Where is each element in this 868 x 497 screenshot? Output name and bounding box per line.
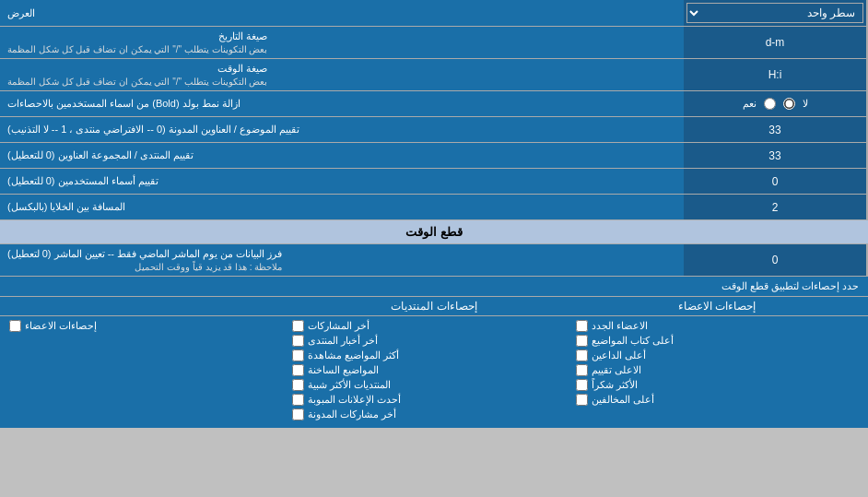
date-format-input[interactable]: d-m — [689, 36, 861, 49]
cbx-top-violators-check[interactable] — [576, 394, 588, 406]
cbx-last-blog-posts[interactable]: أخر مشاركات المدونة — [292, 408, 575, 420]
topic-order-row: تقييم الموضوع / العناوين المدونة (0 -- ا… — [0, 117, 868, 143]
user-order-label: تقييم أسماء المستخدمين (0 للتعطيل) — [0, 169, 684, 194]
col3-header — [9, 300, 292, 313]
cell-spacing-input[interactable] — [689, 201, 861, 214]
col1-items: الاعضاء الجدد أعلى كتاب المواضيع أعلى ال… — [576, 320, 859, 420]
cbx-latest-classifieds[interactable]: أحدث الإعلانات المبوبة — [292, 394, 575, 406]
time-format-sublabel: بعض التكوينات يتطلب "/" التي يمكن ان تضا… — [7, 77, 267, 87]
bold-remove-row: لا نعم ازالة نمط بولد (Bold) من اسماء ال… — [0, 91, 868, 117]
checkboxes-section: إحصاءات الاعضاء إحصاءات المنتديات الاعضا… — [0, 297, 868, 428]
cut-input[interactable] — [689, 254, 861, 266]
cut-section-header: قطع الوقت — [0, 220, 868, 244]
topic-order-label: تقييم الموضوع / العناوين المدونة (0 -- ا… — [0, 117, 684, 142]
time-format-label: صيغة الوقت بعض التكوينات يتطلب "/" التي … — [0, 59, 684, 90]
bold-no-radio[interactable] — [783, 98, 795, 110]
time-format-input-cell[interactable]: H:i — [684, 59, 868, 90]
bold-yes-radio[interactable] — [764, 98, 776, 110]
date-format-input-cell[interactable]: d-m — [684, 27, 868, 58]
cbx-most-viewed[interactable]: أكثر المواضيع مشاهدة — [292, 349, 575, 361]
col3-items: إحصاءات الاعضاء — [9, 320, 292, 420]
display-select[interactable]: سطر واحد سطرين ثلاثة أسطر — [686, 3, 863, 23]
bold-remove-radio-group[interactable]: لا نعم — [735, 96, 815, 112]
cell-spacing-label-text: المسافة بين الخلايا (بالبكسل) — [7, 201, 126, 213]
bold-remove-label: ازالة نمط بولد (Bold) من اسماء المستخدمي… — [0, 91, 684, 116]
cbx-most-similar-check[interactable] — [292, 379, 304, 391]
cut-section-header-text: قطع الوقت — [405, 225, 463, 239]
display-label: العرض — [0, 0, 684, 26]
topic-order-input[interactable] — [689, 124, 861, 136]
cbx-last-forum-news[interactable]: أخر أخبار المنتدى — [292, 335, 575, 347]
cbx-last-posts-check[interactable] — [292, 320, 304, 332]
cbx-top-rated[interactable]: الاعلى تقييم — [576, 364, 859, 376]
topic-order-input-cell[interactable] — [684, 117, 868, 142]
cbx-member-stats-check[interactable] — [9, 320, 21, 332]
forum-order-label-text: تقييم المنتدى / المجموعة العناوين (0 للت… — [7, 149, 194, 161]
display-select-container[interactable]: سطر واحد سطرين ثلاثة أسطر — [684, 0, 868, 26]
bold-remove-radio-cell[interactable]: لا نعم — [684, 91, 868, 116]
display-label-text: العرض — [7, 7, 35, 19]
time-format-label-text: صيغة الوقت — [217, 63, 267, 74]
time-format-row: H:i صيغة الوقت بعض التكوينات يتطلب "/" ا… — [0, 59, 868, 91]
col2-header: إحصاءات المنتديات — [292, 300, 575, 313]
limit-label-row: حدد إحصاءات لتطبيق قطع الوقت — [0, 277, 868, 297]
cbx-top-rated-check[interactable] — [576, 364, 588, 376]
bold-yes-label: نعم — [743, 98, 757, 110]
bold-remove-label-text: ازالة نمط بولد (Bold) من اسماء المستخدمي… — [7, 98, 240, 110]
cbx-most-viewed-check[interactable] — [292, 349, 304, 361]
user-order-row: تقييم أسماء المستخدمين (0 للتعطيل) — [0, 169, 868, 195]
col2-items: أخر المشاركات أخر أخبار المنتدى أكثر الم… — [292, 320, 575, 420]
cbx-most-thanked[interactable]: الأكثر شكراً — [576, 379, 859, 391]
limit-label-text: حدد إحصاءات لتطبيق قطع الوقت — [9, 280, 859, 292]
cbx-hot-topics-check[interactable] — [292, 364, 304, 376]
cbx-top-callers-check[interactable] — [576, 349, 588, 361]
date-format-label: صيغة التاريخ بعض التكوينات يتطلب "/" الت… — [0, 27, 684, 58]
cell-spacing-row: المسافة بين الخلايا (بالبكسل) — [0, 195, 868, 220]
user-order-input-cell[interactable] — [684, 169, 868, 194]
forum-order-row: تقييم المنتدى / المجموعة العناوين (0 للت… — [0, 143, 868, 169]
user-order-label-text: تقييم أسماء المستخدمين (0 للتعطيل) — [7, 175, 158, 187]
cbx-hot-topics[interactable]: المواضيع الساخنة — [292, 364, 575, 376]
topic-order-label-text: تقييم الموضوع / العناوين المدونة (0 -- ا… — [7, 124, 299, 136]
date-format-sublabel: بعض التكوينات يتطلب "/" التي يمكن ان تضا… — [7, 44, 267, 54]
cbx-most-similar[interactable]: المنتديات الأكثر شبية — [292, 379, 575, 391]
cell-spacing-label: المسافة بين الخلايا (بالبكسل) — [0, 195, 684, 219]
cbx-last-posts[interactable]: أخر المشاركات — [292, 320, 575, 332]
forum-order-input-cell[interactable] — [684, 143, 868, 168]
cbx-top-violators[interactable]: أعلى المخالفين — [576, 394, 859, 406]
time-format-input[interactable]: H:i — [689, 68, 861, 81]
forum-order-label: تقييم المنتدى / المجموعة العناوين (0 للت… — [0, 143, 684, 168]
cbx-most-thanked-check[interactable] — [576, 379, 588, 391]
cbx-latest-classifieds-check[interactable] — [292, 394, 304, 406]
forum-order-input[interactable] — [689, 149, 861, 162]
cbx-top-topic-writers-check[interactable] — [576, 335, 588, 347]
cell-spacing-input-cell[interactable] — [684, 195, 868, 219]
col1-header: إحصاءات الاعضاء — [576, 300, 859, 313]
date-format-label-text: صيغة التاريخ — [218, 30, 267, 41]
user-order-input[interactable] — [689, 175, 861, 188]
bold-no-label: لا — [803, 98, 808, 110]
cut-label-text: فرز البيانات من يوم الماشر الماضي فقط --… — [7, 248, 282, 259]
cbx-new-members-check[interactable] — [576, 320, 588, 332]
cbx-member-stats[interactable]: إحصاءات الاعضاء — [9, 320, 292, 332]
cut-sublabel: ملاحظة : هذا قد يزيد قياً ووقت التحميل — [7, 262, 282, 272]
cbx-top-callers[interactable]: أعلى الداعين — [576, 349, 859, 361]
date-format-row: d-m صيغة التاريخ بعض التكوينات يتطلب "/"… — [0, 27, 868, 59]
cut-input-cell[interactable] — [684, 244, 868, 276]
cbx-top-topic-writers[interactable]: أعلى كتاب المواضيع — [576, 335, 859, 347]
cbx-last-forum-news-check[interactable] — [292, 335, 304, 347]
cbx-last-blog-posts-check[interactable] — [292, 408, 304, 420]
cut-row: فرز البيانات من يوم الماشر الماضي فقط --… — [0, 244, 868, 277]
cbx-new-members[interactable]: الاعضاء الجدد — [576, 320, 859, 332]
cut-label: فرز البيانات من يوم الماشر الماضي فقط --… — [0, 244, 684, 276]
